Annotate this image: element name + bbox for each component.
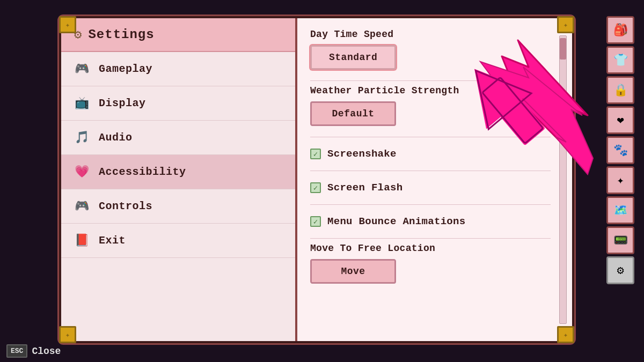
move-location-button[interactable]: Move <box>310 259 396 284</box>
settings-sidebar: ⚙ Settings 🎮 Gameplay 📺 Display 🎵 Audio … <box>61 18 297 341</box>
scrollbar[interactable]: ▲ ▼ <box>558 24 568 336</box>
gameplay-label: Gameplay <box>99 63 152 75</box>
move-location-label: Move To Free Location <box>310 243 551 254</box>
scroll-track <box>559 35 567 324</box>
move-location-group: Move To Free Location Move <box>310 243 551 284</box>
right-icon-device[interactable]: 📟 <box>606 226 634 254</box>
divider-3 <box>310 171 551 171</box>
corner-decoration-br <box>557 326 574 343</box>
accessibility-label: Accessibility <box>99 166 186 178</box>
settings-title: Settings <box>88 27 154 42</box>
close-bar: ESC Close <box>0 340 67 362</box>
controls-label: Controls <box>99 200 152 212</box>
display-label: Display <box>99 97 146 109</box>
sidebar-item-exit[interactable]: 📕 Exit <box>61 224 295 258</box>
screen-flash-checkbox[interactable] <box>310 182 321 193</box>
right-icon-map[interactable]: 🗺️ <box>606 196 634 224</box>
audio-icon: 🎵 <box>74 130 90 145</box>
menu-bounce-checkbox[interactable] <box>310 216 321 227</box>
right-icon-bar: 🎒 👕 🔒 ❤️ 🐾 ✦ 🗺️ 📟 ⚙️ <box>606 16 639 284</box>
display-icon: 📺 <box>74 96 90 110</box>
settings-book: ⚙ Settings 🎮 Gameplay 📺 Display 🎵 Audio … <box>59 16 574 343</box>
screen-flash-label: Screen Flash <box>327 182 402 194</box>
accessibility-icon: 💗 <box>74 165 90 179</box>
day-time-speed-button[interactable]: Standard <box>310 45 396 70</box>
corner-decoration-tr <box>557 16 574 33</box>
weather-particle-label: Weather Particle Strength <box>310 85 551 96</box>
divider-5 <box>310 238 551 239</box>
day-time-speed-group: Day Time Speed Standard <box>310 29 551 70</box>
exit-icon: 📕 <box>74 233 90 248</box>
right-icon-pet[interactable]: 🐾 <box>606 136 634 164</box>
weather-particle-group: Weather Particle Strength Default <box>310 85 551 126</box>
day-time-speed-label: Day Time Speed <box>310 29 551 40</box>
screenshake-checkbox[interactable] <box>310 149 321 159</box>
settings-content: Day Time Speed Standard Weather Particle… <box>297 18 572 341</box>
divider-1 <box>310 80 551 81</box>
right-icon-clothes[interactable]: 👕 <box>606 46 634 74</box>
sidebar-item-display[interactable]: 📺 Display <box>61 86 295 121</box>
screenshake-row: Screenshake <box>310 142 551 166</box>
audio-label: Audio <box>99 131 133 144</box>
corner-decoration-tl <box>59 16 76 33</box>
controls-icon: 🎮 <box>74 199 90 213</box>
screen-flash-row: Screen Flash <box>310 175 551 200</box>
sidebar-item-controls[interactable]: 🎮 Controls <box>61 189 295 224</box>
divider-4 <box>310 204 551 205</box>
sidebar-item-audio[interactable]: 🎵 Audio <box>61 121 295 155</box>
screenshake-label: Screenshake <box>327 148 397 160</box>
right-icon-backpack[interactable]: 🎒 <box>606 16 634 44</box>
corner-decoration-bl <box>59 326 76 343</box>
right-icon-lock[interactable]: 🔒 <box>606 76 634 104</box>
right-icon-settings[interactable]: ⚙️ <box>606 256 634 284</box>
close-label: Close <box>32 346 61 357</box>
esc-key[interactable]: ESC <box>6 344 27 358</box>
menu-bounce-row: Menu Bounce Animations <box>310 209 551 234</box>
right-icon-heart[interactable]: ❤️ <box>606 106 634 134</box>
settings-header: ⚙ Settings <box>61 18 295 52</box>
sidebar-item-accessibility[interactable]: 💗 Accessibility <box>61 155 295 189</box>
gameplay-icon: 🎮 <box>74 62 90 76</box>
menu-bounce-label: Menu Bounce Animations <box>327 216 465 227</box>
sidebar-item-gameplay[interactable]: 🎮 Gameplay <box>61 52 295 86</box>
weather-particle-button[interactable]: Default <box>310 101 396 126</box>
scroll-thumb[interactable] <box>560 38 566 60</box>
right-icon-star[interactable]: ✦ <box>606 166 634 194</box>
settings-list: Day Time Speed Standard Weather Particle… <box>297 18 572 341</box>
exit-label: Exit <box>99 234 126 247</box>
divider-2 <box>310 137 551 137</box>
